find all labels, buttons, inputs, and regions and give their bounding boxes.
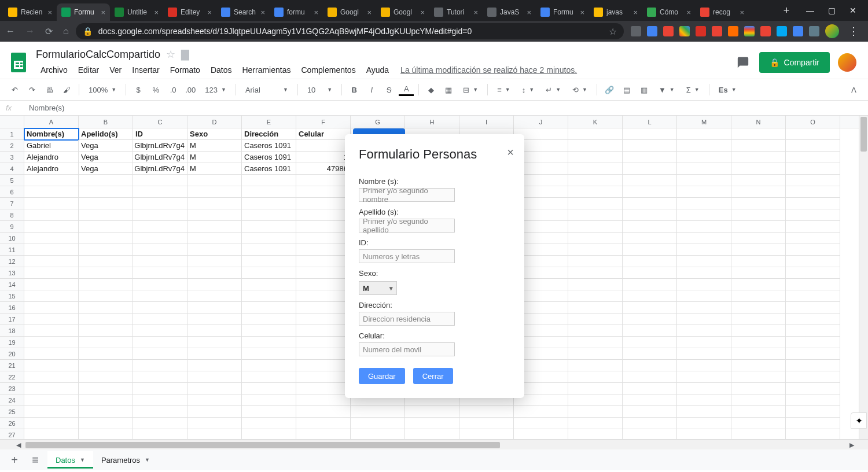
cell[interactable] bbox=[133, 429, 187, 440]
font-size-dropdown[interactable]: 10▼ bbox=[303, 86, 337, 94]
cell[interactable] bbox=[731, 186, 786, 198]
row-header[interactable]: 15 bbox=[0, 290, 24, 302]
browser-tab[interactable]: recog× bbox=[696, 3, 749, 21]
cell[interactable] bbox=[187, 221, 242, 233]
cell[interactable] bbox=[786, 163, 840, 175]
menu-item-datos[interactable]: Datos bbox=[206, 63, 237, 77]
cell[interactable] bbox=[296, 233, 351, 244]
cell[interactable] bbox=[677, 244, 731, 256]
cell[interactable] bbox=[187, 383, 242, 394]
column-header[interactable]: L bbox=[623, 116, 677, 128]
cell[interactable] bbox=[731, 256, 786, 267]
share-button[interactable]: 🔒 Compartir bbox=[759, 52, 830, 73]
close-tab-icon[interactable]: × bbox=[580, 8, 584, 17]
extension-icon[interactable] bbox=[760, 26, 771, 36]
column-header[interactable]: M bbox=[677, 116, 731, 128]
sheet-tab[interactable]: Parametros▼ bbox=[93, 451, 158, 469]
cell[interactable] bbox=[296, 140, 351, 152]
sexo-select[interactable]: M▾ bbox=[359, 281, 397, 295]
cell[interactable] bbox=[731, 429, 786, 440]
bold-button[interactable]: B bbox=[347, 82, 362, 97]
close-tab-icon[interactable]: × bbox=[154, 8, 159, 17]
row-header[interactable]: 13 bbox=[0, 267, 24, 279]
close-tab-icon[interactable]: × bbox=[314, 8, 318, 17]
cell[interactable] bbox=[187, 198, 242, 209]
cell[interactable] bbox=[187, 186, 242, 198]
cell[interactable] bbox=[242, 314, 296, 325]
cell[interactable] bbox=[731, 325, 786, 337]
cell[interactable]: Celular bbox=[296, 128, 351, 140]
number-format-dropdown[interactable]: 123▼ bbox=[200, 86, 231, 94]
account-avatar[interactable] bbox=[838, 53, 856, 72]
cell[interactable] bbox=[79, 175, 133, 186]
close-tab-icon[interactable]: × bbox=[367, 8, 372, 17]
cell[interactable] bbox=[623, 209, 677, 221]
cell[interactable] bbox=[24, 256, 79, 267]
row-header[interactable]: 14 bbox=[0, 279, 24, 290]
cell[interactable] bbox=[187, 360, 242, 371]
id-input[interactable]: Numeros y letras bbox=[359, 249, 455, 263]
column-header[interactable]: B bbox=[79, 116, 133, 128]
vertical-align-button[interactable]: ↕▼ bbox=[517, 86, 539, 94]
row-header[interactable]: 23 bbox=[0, 383, 24, 394]
cell[interactable] bbox=[242, 371, 296, 383]
cell[interactable] bbox=[133, 394, 187, 406]
row-header[interactable]: 10 bbox=[0, 233, 24, 244]
nombre-input[interactable]: Primer y/o segundo nombre bbox=[359, 188, 455, 202]
strikethrough-button[interactable]: S bbox=[381, 82, 396, 97]
cell[interactable] bbox=[568, 140, 623, 152]
cell[interactable] bbox=[296, 221, 351, 233]
cell[interactable]: Caseros 1091 bbox=[242, 140, 296, 152]
horizontal-align-button[interactable]: ≡▼ bbox=[492, 86, 515, 94]
cell[interactable] bbox=[242, 360, 296, 371]
cell[interactable] bbox=[296, 394, 351, 406]
cell[interactable] bbox=[568, 244, 623, 256]
cell[interactable] bbox=[79, 337, 133, 348]
row-header[interactable]: 8 bbox=[0, 209, 24, 221]
cell[interactable] bbox=[677, 383, 731, 394]
cell[interactable] bbox=[24, 360, 79, 371]
row-header[interactable]: 1 bbox=[0, 128, 24, 140]
cell[interactable] bbox=[242, 348, 296, 360]
cell[interactable] bbox=[677, 348, 731, 360]
menu-item-archivo[interactable]: Archivo bbox=[36, 63, 72, 77]
cell[interactable] bbox=[242, 221, 296, 233]
menu-item-editar[interactable]: Editar bbox=[73, 63, 104, 77]
cell[interactable]: Alejandro bbox=[24, 163, 79, 175]
print-button[interactable]: 🖶 bbox=[42, 82, 57, 97]
cell[interactable] bbox=[786, 360, 840, 371]
cell[interactable] bbox=[187, 302, 242, 314]
cell[interactable] bbox=[79, 221, 133, 233]
cell[interactable]: Dirección bbox=[242, 128, 296, 140]
cell[interactable] bbox=[623, 279, 677, 290]
close-tab-icon[interactable]: × bbox=[740, 8, 744, 17]
cell[interactable] bbox=[623, 325, 677, 337]
cell[interactable] bbox=[79, 279, 133, 290]
cell[interactable] bbox=[24, 371, 79, 383]
cell[interactable] bbox=[187, 244, 242, 256]
celular-input[interactable]: Numero del movil bbox=[359, 342, 455, 356]
cell[interactable] bbox=[623, 175, 677, 186]
cell[interactable] bbox=[79, 314, 133, 325]
column-header[interactable]: E bbox=[242, 116, 296, 128]
cell[interactable]: Apelido(s) bbox=[79, 128, 133, 140]
cell[interactable] bbox=[242, 198, 296, 209]
cell[interactable] bbox=[623, 418, 677, 429]
explore-button[interactable]: ✦ bbox=[851, 412, 867, 429]
cell[interactable] bbox=[133, 325, 187, 337]
cell[interactable] bbox=[296, 337, 351, 348]
cell[interactable] bbox=[79, 290, 133, 302]
cell[interactable] bbox=[786, 418, 840, 429]
cell[interactable] bbox=[623, 394, 677, 406]
cell[interactable] bbox=[677, 371, 731, 383]
cell[interactable]: Caseros 1091 bbox=[242, 163, 296, 175]
functions-button[interactable]: Σ▼ bbox=[682, 86, 704, 94]
cell[interactable] bbox=[786, 198, 840, 209]
direccion-input[interactable]: Direccion residencia bbox=[359, 312, 455, 326]
cell[interactable] bbox=[623, 360, 677, 371]
cell[interactable] bbox=[79, 348, 133, 360]
cell[interactable] bbox=[296, 383, 351, 394]
cell[interactable] bbox=[731, 267, 786, 279]
input-tools-button[interactable]: Es▼ bbox=[714, 86, 741, 94]
close-tab-icon[interactable]: × bbox=[686, 8, 691, 17]
